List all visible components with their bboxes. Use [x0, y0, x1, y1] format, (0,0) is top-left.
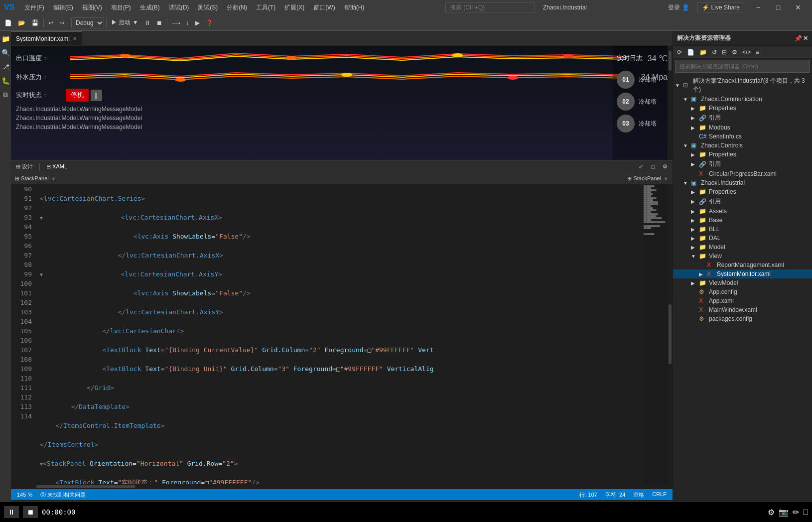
se-more-button[interactable]: ≡ [754, 48, 761, 57]
breadcrumb-stackpanel-1[interactable]: ⊞ StackPanel [15, 175, 49, 182]
live-share-button[interactable]: ⚡ Live Share [697, 2, 744, 12]
maximize-button[interactable]: □ [768, 0, 788, 15]
stop-machine-button[interactable]: 停机 [66, 89, 89, 102]
taskbar-stop-button[interactable]: ⏹ [23, 506, 38, 518]
attach-button[interactable]: ⏸ [142, 18, 153, 27]
se-new-folder-button[interactable]: 📁 [697, 48, 709, 57]
tree-industrial-proj[interactable]: ▼ ▣ Zhaoxi.Industrial [673, 178, 812, 187]
tree-ind-reportmgmt[interactable]: X ReportManagement.xaml [673, 261, 812, 269]
se-code-button[interactable]: </> [740, 48, 753, 57]
se-close-button[interactable]: ✕ [803, 35, 808, 42]
debug-icon[interactable]: 🐛 [0, 75, 12, 87]
row-indicator[interactable]: 行: 107 [577, 491, 599, 499]
editor-scrollbar[interactable] [668, 184, 673, 484]
menu-test[interactable]: 测试(S) [194, 2, 222, 13]
tree-ind-viewmodel[interactable]: ▶ 📁 ViewModel [673, 278, 812, 287]
tree-ind-properties[interactable]: ▶ 📁 Properties [673, 187, 812, 196]
menu-tools[interactable]: 工具(T) [252, 2, 279, 13]
new-file-button[interactable]: 📄 [2, 18, 14, 27]
taskbar-camera-icon[interactable]: 📷 [779, 508, 789, 517]
tree-ind-bll[interactable]: ▶ 📁 BLL [673, 225, 812, 234]
debug-config-dropdown[interactable]: Debug [71, 17, 104, 28]
tree-comm-properties[interactable]: ▶ 📁 Properties [673, 104, 812, 113]
xaml-view-button[interactable]: ⊟ XAML [43, 162, 70, 171]
se-settings-button[interactable]: ⚙ [730, 48, 739, 57]
tree-comm-ref[interactable]: ▶ 🔗 引用 [673, 113, 812, 123]
tree-ind-model[interactable]: ▶ 📁 Model [673, 243, 812, 252]
menu-view[interactable]: 视图(V) [78, 2, 106, 13]
menu-project[interactable]: 项目(P) [107, 2, 135, 13]
se-sync-button[interactable]: ⟳ [675, 48, 684, 57]
tab-close-button[interactable]: ✕ [73, 36, 77, 41]
code-editor[interactable]: 90 91 92 93 94 95 96 97 98 99 100 101 10… [11, 184, 673, 484]
run-button[interactable]: ▶ [193, 18, 202, 27]
zoom-level[interactable]: 145 % [15, 492, 34, 498]
minimize-button[interactable]: − [748, 0, 768, 15]
menu-debug[interactable]: 调试(D) [165, 2, 193, 13]
menu-build[interactable]: 生成(B) [136, 2, 164, 13]
menu-extensions[interactable]: 扩展(X) [280, 2, 308, 13]
step-over-button[interactable]: ⟶ [169, 18, 183, 27]
start-button[interactable]: ▶ 启动 ▼ [109, 17, 141, 28]
tree-ctrl-progressbar[interactable]: X CircularProgressBar.xaml [673, 169, 812, 178]
explorer-icon[interactable]: 📁 [0, 33, 12, 45]
extensions-icon[interactable]: ⧉ [1, 89, 10, 101]
help-button[interactable]: ❓ [203, 18, 216, 27]
se-new-file-button[interactable]: 📄 [685, 48, 696, 57]
menu-file[interactable]: 文件(F) [20, 2, 48, 13]
preview-scrollbar[interactable] [668, 46, 673, 160]
pause-button[interactable]: ‖ [91, 90, 102, 101]
menu-window[interactable]: 窗口(W) [309, 2, 339, 13]
expand-button[interactable]: ⤢ [636, 162, 646, 171]
tree-ind-ref[interactable]: ▶ 🔗 引用 [673, 196, 812, 207]
taskbar-playpause-button[interactable]: ⏸ [4, 506, 19, 518]
stop-debug-button[interactable]: ⏹ [154, 18, 165, 27]
tree-ind-assets[interactable]: ▶ 📁 Assets [673, 207, 812, 216]
error-count[interactable]: ⓪ 未找到相关问题 [38, 491, 88, 499]
search-icon[interactable]: 🔍 [0, 47, 12, 59]
tree-ctrl-ref[interactable]: ▶ 🔗 引用 [673, 159, 812, 169]
tree-solution-root[interactable]: ▼ ⊡ 解决方案'Zhaoxi.Industrial'(3 个项目，共 3 个) [673, 76, 812, 95]
tree-communication-proj[interactable]: ▼ ▣ Zhaoxi.Communication [673, 95, 812, 104]
tab-systemmonitor[interactable]: SystemMonitor.xaml ✕ [11, 31, 82, 45]
design-view-button[interactable]: ⊞ 设计 [13, 162, 36, 171]
tree-ind-mainwindow[interactable]: X MainWindow.xaml [673, 305, 812, 314]
undo-button[interactable]: ↩ [46, 18, 56, 27]
tree-ind-view[interactable]: ▼ 📁 View [673, 252, 812, 261]
tree-ind-appconfig[interactable]: ⚙ App.config [673, 287, 812, 296]
se-refresh-button[interactable]: ↺ [710, 48, 719, 57]
se-search-input[interactable] [675, 60, 810, 73]
taskbar-edit-icon[interactable]: ✏ [793, 508, 799, 517]
git-icon[interactable]: ⎇ [0, 61, 11, 73]
tree-ind-packages[interactable]: ⚙ packages.config [673, 314, 812, 323]
col-indicator[interactable]: 字符: 24 [603, 491, 627, 499]
se-pin-button[interactable]: 📌 [795, 35, 802, 42]
taskbar-settings-icon[interactable]: ⚙ [768, 508, 775, 517]
tree-ind-base[interactable]: ▶ 📁 Base [673, 216, 812, 225]
step-into-button[interactable]: ↓ [184, 18, 192, 27]
taskbar-window-icon[interactable]: □ [803, 508, 808, 517]
menu-edit[interactable]: 编辑(E) [49, 2, 77, 13]
tree-ind-appxaml[interactable]: X App.xaml [673, 296, 812, 305]
code-content[interactable]: <lvc:CartesianChart.Series> ▼ <lvc:Carte… [36, 184, 643, 484]
tree-comm-serialinfo[interactable]: C# SerialInfo.cs [673, 132, 812, 141]
global-search-input[interactable] [445, 2, 535, 12]
login-button[interactable]: 登录 👤 [668, 3, 689, 12]
tree-comm-modbus[interactable]: ▶ 📁 Modbus [673, 123, 812, 132]
close-button[interactable]: ✕ [788, 0, 808, 15]
save-button[interactable]: 💾 [29, 18, 41, 27]
tree-ind-dal[interactable]: ▶ 📁 DAL [673, 234, 812, 243]
menu-analyze[interactable]: 分析(N) [223, 2, 251, 13]
open-button[interactable]: 📂 [15, 18, 28, 27]
breadcrumb-stackpanel-2[interactable]: ⊞ StackPanel [627, 175, 661, 182]
encoding-indicator[interactable]: CRLF [650, 491, 669, 499]
se-collapse-button[interactable]: ⊟ [720, 48, 729, 57]
horizontal-scrollbar[interactable] [11, 484, 673, 489]
collapse-button[interactable]: □ [648, 162, 658, 171]
tree-ind-sysmonitor[interactable]: ▶ X SystemMonitor.xaml [673, 269, 812, 278]
redo-button[interactable]: ↪ [57, 18, 67, 27]
menu-help[interactable]: 帮助(H) [340, 2, 369, 13]
tree-controls-proj[interactable]: ▼ ▣ Zhaoxi.Controls [673, 141, 812, 150]
settings-button[interactable]: ⚙ [660, 162, 671, 171]
tree-ctrl-properties[interactable]: ▶ 📁 Properties [673, 150, 812, 159]
